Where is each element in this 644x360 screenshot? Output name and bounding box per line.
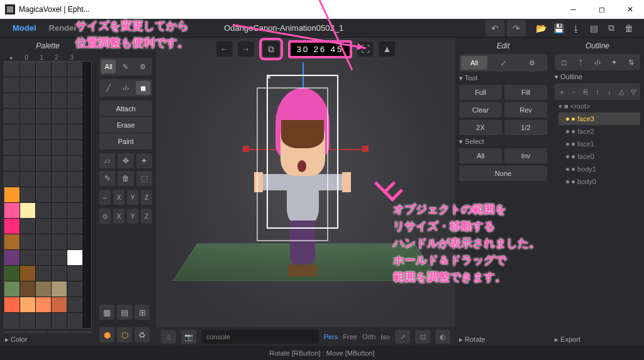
outline-tri2-icon[interactable]: ▽ <box>628 85 638 98</box>
outline-star-icon[interactable]: ✦ <box>607 56 622 68</box>
tree-root[interactable]: ▾ ■ <root> <box>558 100 640 112</box>
tool-move-icon[interactable]: ✥ <box>118 153 133 168</box>
palette-swatch[interactable] <box>20 297 35 312</box>
palette-swatch[interactable] <box>4 187 19 202</box>
palette-swatch[interactable] <box>67 156 82 171</box>
vp-opt2-icon[interactable]: ⊡ <box>415 330 430 344</box>
palette-swatch[interactable] <box>36 93 51 108</box>
outline-remove-icon[interactable]: － <box>569 85 579 98</box>
axis-y[interactable]: Y <box>127 209 138 224</box>
select-all[interactable]: All <box>459 148 502 163</box>
outline-sort-icon[interactable]: ⇅ <box>623 56 638 68</box>
edit-expand-icon[interactable]: ⤢ <box>490 56 516 70</box>
tool-wand-icon[interactable]: ✦ <box>136 153 152 168</box>
tree-node-face1[interactable]: face1 <box>558 138 640 150</box>
palette-swatch[interactable] <box>4 140 19 155</box>
dimensions-display[interactable]: 30 26 45 <box>288 40 353 58</box>
palette-swatch[interactable] <box>67 172 82 187</box>
palette-swatch[interactable] <box>20 187 35 202</box>
palette-swatch[interactable] <box>52 156 67 171</box>
grid2-icon[interactable]: ▤ <box>117 305 132 320</box>
palette-swatch[interactable] <box>20 266 35 281</box>
palette-swatch[interactable] <box>36 156 51 171</box>
tree-node-face0[interactable]: face0 <box>558 150 640 163</box>
outline-up-icon[interactable]: ↑ <box>592 85 602 98</box>
palette-swatch[interactable] <box>52 140 67 155</box>
outline-code-icon[interactable]: ‹/› <box>590 56 605 68</box>
mirror-y[interactable]: Y <box>127 190 138 205</box>
palette-swatch[interactable] <box>52 281 67 297</box>
palette-swatch[interactable] <box>52 234 67 249</box>
tool-mirror-icon[interactable]: ▱ <box>99 153 115 168</box>
color-section-toggle[interactable]: ▸ Color <box>4 333 92 346</box>
open-folder-icon[interactable]: 📂 <box>533 20 549 36</box>
palette-swatch[interactable] <box>36 219 51 234</box>
axis-x[interactable]: X <box>113 209 125 224</box>
proj-pers[interactable]: Pers <box>324 333 338 341</box>
palette-swatch[interactable] <box>67 266 82 281</box>
palette-swatch[interactable] <box>20 62 35 77</box>
palette-swatch[interactable] <box>52 109 67 124</box>
palette-swatch[interactable] <box>36 250 51 265</box>
mirror-icon[interactable]: ↔ <box>99 190 111 205</box>
palette-swatch[interactable] <box>67 250 82 265</box>
palette-swatch[interactable] <box>20 156 35 171</box>
outline-group-icon[interactable]: ⎘ <box>580 85 591 98</box>
fit-button[interactable]: ⛶ <box>357 41 374 57</box>
palette-swatch[interactable] <box>4 156 19 171</box>
brush-cube-icon[interactable]: ◼ <box>136 81 150 95</box>
edit-settings-icon[interactable]: ⚙ <box>519 56 545 70</box>
mode-attach[interactable]: Attach <box>99 101 152 117</box>
mode-paint[interactable]: Paint <box>99 133 152 150</box>
palette-swatch[interactable] <box>52 93 67 108</box>
tool-picker-icon[interactable]: ✎ <box>99 171 115 186</box>
console-input[interactable]: console <box>201 330 319 344</box>
tool-trash-icon[interactable]: 🗑 <box>118 171 133 186</box>
tool-half[interactable]: 1/2 <box>504 120 547 135</box>
tree-node-face2[interactable]: face2 <box>558 125 640 138</box>
axis-icon[interactable]: ⊙ <box>99 209 111 224</box>
palette-swatch[interactable] <box>52 77 67 92</box>
palette-swatch[interactable] <box>20 250 35 265</box>
palette-swatch[interactable] <box>67 124 82 139</box>
palette-grid[interactable] <box>4 61 92 329</box>
proj-orth[interactable]: Orth <box>362 333 375 341</box>
duplicate-icon[interactable]: ⧉ <box>603 20 619 36</box>
obj-cube-icon[interactable]: ⬢ <box>99 327 114 342</box>
resize-handle-right[interactable] <box>362 146 369 152</box>
crop-tool-button[interactable]: ⧉ <box>263 41 279 57</box>
tab-render[interactable]: Render <box>43 23 84 33</box>
select-section-head[interactable]: ▾ Select <box>459 135 547 148</box>
tool-frame-icon[interactable]: ⬚ <box>136 171 152 186</box>
outline-down-icon[interactable]: ↓ <box>604 85 614 98</box>
palette-swatch[interactable] <box>4 281 19 297</box>
viewport-3d[interactable]: ← → ⧉ 30 26 45 ⛶ ▲ ⌂ 📷 consol <box>156 38 455 346</box>
palette-swatch[interactable] <box>36 203 51 218</box>
palette-swatch[interactable] <box>20 281 35 297</box>
palette-swatch[interactable] <box>52 203 67 218</box>
tree-node-body0[interactable]: body0 <box>558 175 640 188</box>
nav-next-button[interactable]: → <box>238 41 254 57</box>
tool-rev[interactable]: Rev <box>504 102 547 117</box>
window-maximize-button[interactable]: ◻ <box>587 0 616 19</box>
palette-swatch[interactable] <box>36 266 51 281</box>
palette-swatch[interactable] <box>20 93 35 108</box>
palette-swatch[interactable] <box>20 109 35 124</box>
camera-icon[interactable]: 📷 <box>181 330 196 344</box>
home-icon[interactable]: ⌂ <box>161 330 176 344</box>
proj-free[interactable]: Free <box>343 333 357 341</box>
palette-swatch[interactable] <box>36 140 51 155</box>
palette-swatch[interactable] <box>4 219 19 234</box>
palette-swatch[interactable] <box>20 203 35 218</box>
palette-swatch[interactable] <box>20 124 35 139</box>
up-button[interactable]: ▲ <box>379 41 395 57</box>
tool-2x[interactable]: 2X <box>459 120 502 135</box>
palette-swatch[interactable] <box>4 93 19 108</box>
brush-all-button[interactable]: All <box>101 60 116 74</box>
palette-swatch[interactable] <box>67 281 82 297</box>
palette-swatch[interactable] <box>36 281 51 297</box>
palette-swatch[interactable] <box>4 266 19 281</box>
delete-icon[interactable]: 🗑 <box>621 20 637 36</box>
palette-swatch[interactable] <box>67 219 82 234</box>
palette-swatch[interactable] <box>67 297 82 312</box>
